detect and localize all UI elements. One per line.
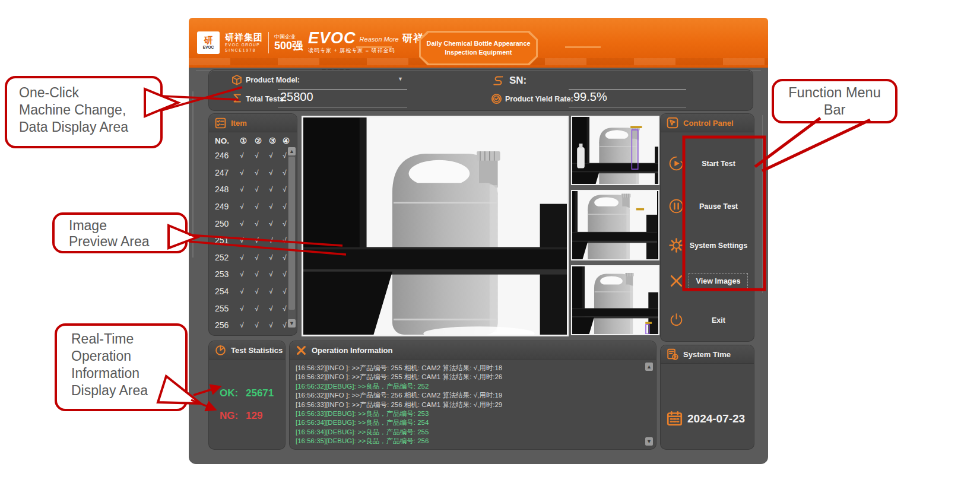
system-time-panel: System Time 2024-07-23 xyxy=(661,345,754,449)
log-line: [16:56:32][INFO ]: >>产品编号: 255 相机: CAM1 … xyxy=(296,373,643,382)
product-model-dropdown[interactable] xyxy=(278,89,407,90)
exit-button[interactable]: Exit xyxy=(686,312,751,328)
test-statistics-header: Test Statistics xyxy=(209,341,285,360)
pie-chart-icon xyxy=(215,345,226,356)
ok-label: OK: xyxy=(220,387,238,399)
table-row[interactable]: 254√√√√ xyxy=(209,283,297,300)
callout-function-menu-bar: Function Menu Bar xyxy=(772,79,897,123)
table-row[interactable]: 248√√√√ xyxy=(209,181,297,198)
log-scroll-down-icon[interactable]: ▼ xyxy=(645,437,653,446)
item-panel-header: Item xyxy=(209,114,297,132)
close-icon xyxy=(668,273,684,289)
table-row[interactable]: 249√√√√ xyxy=(209,198,297,215)
control-panel-icon xyxy=(667,117,678,129)
app-title-line2: Inspection Equipment xyxy=(445,48,512,57)
log-line: [16:56:35][DEBUG]: >>良品，产品编号: 256 xyxy=(296,437,643,446)
item-table-header: NO.① ②③ ④ xyxy=(209,134,297,147)
calendar-icon xyxy=(667,411,683,427)
sn-icon xyxy=(491,74,505,87)
table-row[interactable]: 252√√√√ xyxy=(209,249,297,266)
log-line: [16:56:32][INFO ]: >>产品编号: 255 相机: CAM2 … xyxy=(296,364,643,373)
logo-divider xyxy=(268,32,269,53)
operation-info-panel: Operation Information [16:56:32][INFO ]:… xyxy=(290,341,656,449)
callout-image-preview-area: Image Preview Area xyxy=(52,212,188,253)
brand-logo: 研 EVOC 研祥集团 EVOC GROUP SINCE1978 中国企业 50… xyxy=(197,26,448,59)
logo-script: Reason More xyxy=(360,36,399,45)
item-panel: Item NO.① ②③ ④ 246√√√√247√√√√248√√√√249√… xyxy=(209,114,297,335)
product-model-icon xyxy=(231,75,242,85)
operation-info-title: Operation Information xyxy=(312,346,393,355)
chevron-down-icon[interactable]: ▼ xyxy=(398,76,403,82)
control-panel-header: Control Panel xyxy=(661,114,754,132)
doc-clock-icon xyxy=(667,348,678,360)
checklist-icon xyxy=(215,117,226,129)
ng-value: 129 xyxy=(246,410,262,422)
power-icon xyxy=(668,312,684,328)
app-window: 研 EVOC 研祥集团 EVOC GROUP SINCE1978 中国企业 50… xyxy=(189,18,768,464)
test-statistics-title: Test Statistics xyxy=(231,346,283,355)
thumbnail-cam2[interactable] xyxy=(571,190,659,260)
yield-rate-icon xyxy=(491,93,502,104)
badge-wing-left xyxy=(356,46,392,48)
scroll-down-icon[interactable]: ▼ xyxy=(288,319,296,328)
control-panel: Control Panel Start Test Pause Test Syst… xyxy=(661,114,754,341)
system-time-header: System Time xyxy=(661,345,754,364)
top-data-panel: Product Model: ▼ Total Tests: 25800 SN: … xyxy=(209,70,753,110)
callout-realtime-info-area: Real-Time Operation Information Display … xyxy=(55,323,188,411)
log-line: [16:56:32][INFO ]: >>产品编号: 256 相机: CAM2 … xyxy=(296,391,643,400)
log-line: [16:56:34][DEBUG]: >>良品，产品编号: 254 xyxy=(296,418,643,427)
system-date: 2024-07-23 xyxy=(687,412,745,425)
evoc-logo-mark: 研 EVOC xyxy=(197,31,220,54)
table-row[interactable]: 251√√√√ xyxy=(209,232,297,249)
logo-evoc-wordmark: EVOC xyxy=(308,31,356,45)
start-test-button[interactable]: Start Test xyxy=(686,155,751,171)
item-panel-title: Item xyxy=(231,119,247,128)
logo-group-sub: EVOC GROUP xyxy=(225,43,263,47)
table-row[interactable]: 250√√√√ xyxy=(209,215,297,232)
app-title-badge: Daily Chemical Bottle Appearance Inspect… xyxy=(419,31,538,65)
pause-test-icon xyxy=(668,198,684,214)
logo-since: SINCE1978 xyxy=(225,49,263,53)
ng-label: NG: xyxy=(220,410,238,422)
yield-rate-label: Product Yield Rate: xyxy=(505,95,573,103)
operation-info-header: Operation Information xyxy=(290,341,656,360)
control-panel-title: Control Panel xyxy=(683,119,734,128)
pause-test-button[interactable]: Pause Test xyxy=(686,198,751,214)
log-line: [16:56:33][DEBUG]: >>良品，产品编号: 253 xyxy=(296,409,643,418)
product-model-label: Product Model: xyxy=(246,76,300,84)
sn-label: SN: xyxy=(509,75,527,87)
system-settings-button[interactable]: System Settings xyxy=(686,237,751,253)
log-line: [16:56:34][DEBUG]: >>良品，产品编号: 255 xyxy=(296,428,643,437)
ok-value: 25671 xyxy=(246,387,274,399)
scroll-up-icon[interactable]: ▲ xyxy=(288,147,296,155)
table-row[interactable]: 256√√√√ xyxy=(209,317,297,334)
crossed-tools-icon xyxy=(296,345,307,356)
table-row[interactable]: 247√√√√ xyxy=(209,164,297,182)
thumbnail-cam1[interactable] xyxy=(571,116,659,185)
start-test-icon xyxy=(668,155,684,171)
gear-icon xyxy=(668,237,684,253)
app-title-line1: Daily Chemical Bottle Appearance xyxy=(427,39,531,48)
log-scroll-up-icon[interactable]: ▲ xyxy=(645,363,653,371)
logo-group-name: 研祥集团 xyxy=(225,33,263,42)
table-row[interactable]: 246√√√√ xyxy=(209,147,297,164)
item-scrollbar-thumb[interactable] xyxy=(288,157,295,310)
total-tests-value: 25800 xyxy=(280,90,313,104)
sn-underline xyxy=(569,89,686,90)
test-statistics-panel: Test Statistics OK: 25671 NG: 129 xyxy=(209,341,285,449)
table-row[interactable]: 255√√√√ xyxy=(209,300,297,317)
log-line: [16:56:32][DEBUG]: >>良品，产品编号: 252 xyxy=(296,382,643,391)
yield-rate-value: 99.5% xyxy=(573,90,607,104)
log-area[interactable]: [16:56:32][INFO ]: >>产品编号: 255 相机: CAM2 … xyxy=(296,364,643,446)
logo-cn500-bottom: 500强 xyxy=(274,40,303,51)
badge-wing-right xyxy=(565,46,601,48)
callout-data-display-area: One-Click Machine Change, Data Display A… xyxy=(5,76,163,148)
item-scrollbar[interactable]: ▲ ▼ xyxy=(288,147,296,328)
view-images-button[interactable]: View Images xyxy=(689,273,748,289)
total-tests-underline xyxy=(278,107,407,107)
table-row[interactable]: 253√√√√ xyxy=(209,266,297,283)
item-table-body: 246√√√√247√√√√248√√√√249√√√√250√√√√251√√… xyxy=(209,147,297,334)
main-image-preview xyxy=(302,116,569,336)
thumbnail-cam3[interactable] xyxy=(571,265,659,335)
system-time-title: System Time xyxy=(683,350,731,359)
